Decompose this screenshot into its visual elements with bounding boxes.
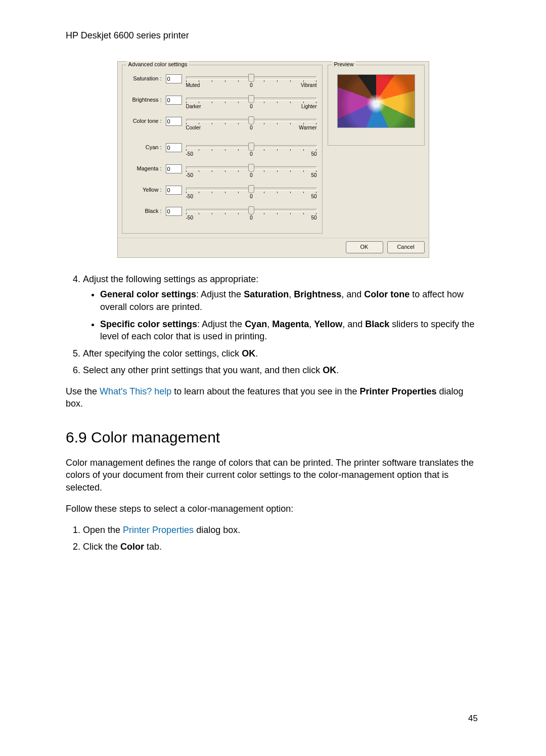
ok-button[interactable]: OK — [346, 241, 383, 253]
text: , — [267, 319, 272, 329]
slider-center-label: 0 — [250, 82, 253, 88]
text: : Adjust the — [196, 289, 244, 299]
printer-properties-link[interactable]: Printer Properties — [123, 525, 194, 535]
general-label: Brightness : — [127, 96, 162, 103]
page-header: HP Deskjet 6600 series printer — [66, 30, 480, 41]
general-label: Color tone : — [127, 117, 162, 124]
text: dialog box. — [194, 525, 240, 535]
slider-center-label: 0 — [250, 194, 253, 199]
slider-thumb-icon[interactable] — [248, 116, 254, 124]
text: , — [289, 289, 294, 299]
bold-text: Color tone — [364, 289, 410, 299]
bold-text: OK — [323, 365, 336, 375]
list-item: After specifying the color settings, cli… — [83, 347, 480, 360]
slider-left-label: -50 — [186, 194, 193, 199]
slider-left-label: -50 — [186, 215, 193, 220]
bold-text: Specific color settings — [100, 319, 197, 329]
text: Select any other print settings that you… — [83, 365, 323, 375]
general-slider[interactable] — [186, 98, 317, 101]
color-slider[interactable] — [186, 145, 317, 148]
text: . — [336, 365, 339, 375]
preview-group: Preview — [328, 65, 425, 146]
advanced-group-title: Advanced color settings — [126, 61, 190, 67]
color-slider[interactable] — [186, 188, 317, 191]
general-value-input[interactable]: 0 — [166, 117, 182, 126]
bold-text: Black — [365, 319, 389, 329]
slider-right-label: 50 — [311, 194, 316, 199]
cancel-button[interactable]: Cancel — [387, 241, 425, 253]
general-label: Saturation : — [127, 74, 162, 81]
preview-image — [337, 74, 415, 128]
slider-right-label: Warmer — [299, 125, 316, 130]
text: Click the — [83, 542, 120, 552]
slider-right-label: 50 — [311, 151, 316, 157]
list-item: Open the Printer Properties dialog box. — [83, 524, 480, 536]
slider-thumb-icon[interactable] — [248, 206, 254, 214]
list-item: Specific color settings: Adjust the Cyan… — [100, 318, 480, 343]
color-value-input[interactable]: 0 — [166, 164, 182, 173]
slider-thumb-icon[interactable] — [248, 185, 254, 193]
text: Open the — [83, 525, 123, 535]
color-slider[interactable] — [186, 166, 317, 169]
slider-right-label: 50 — [311, 172, 316, 178]
text: tab. — [144, 542, 162, 552]
slider-right-label: Vibrant — [301, 82, 317, 88]
slider-center-label: 0 — [250, 125, 253, 130]
slider-thumb-icon[interactable] — [248, 95, 254, 103]
general-slider-row: Saturation :0Muted0Vibrant — [127, 74, 317, 88]
slider-thumb-icon[interactable] — [248, 74, 254, 82]
text: After specifying the color settings, cli… — [83, 348, 242, 359]
color-value-input[interactable]: 0 — [166, 143, 182, 152]
paragraph: Color management defines the range of co… — [66, 457, 480, 494]
advanced-color-settings-group: Advanced color settings Saturation :0Mut… — [122, 65, 323, 234]
color-label: Magenta : — [127, 164, 162, 171]
color-slider[interactable] — [186, 209, 317, 212]
general-slider[interactable] — [186, 119, 317, 122]
color-label: Yellow : — [127, 186, 162, 193]
slider-thumb-icon[interactable] — [248, 143, 254, 151]
preview-group-title: Preview — [332, 61, 356, 67]
bold-text: OK — [242, 348, 255, 359]
slider-center-label: 0 — [250, 151, 253, 157]
color-settings-dialog-screenshot: Advanced color settings Saturation :0Mut… — [117, 61, 429, 258]
color-slider-row: Black :0-50050 — [127, 207, 317, 221]
text: : Adjust the — [197, 319, 245, 329]
slider-center-label: 0 — [250, 104, 253, 109]
color-slider-row: Cyan :0-50050 — [127, 143, 317, 157]
whats-this-help-link[interactable]: What's This? help — [100, 386, 171, 396]
page-number: 45 — [468, 714, 478, 724]
list-item: General color settings: Adjust the Satur… — [100, 288, 480, 313]
bold-text: Yellow — [314, 319, 342, 329]
color-slider-row: Yellow :0-50050 — [127, 186, 317, 200]
general-slider[interactable] — [186, 76, 317, 79]
slider-left-label: Muted — [186, 82, 200, 88]
text: , and — [341, 289, 364, 299]
general-slider-row: Brightness :0Darker0Lighter — [127, 96, 317, 110]
bold-text: Brightness — [294, 289, 341, 299]
bold-text: Cyan — [245, 319, 267, 329]
general-value-input[interactable]: 0 — [166, 96, 182, 105]
paragraph: Use the What's This? help to learn about… — [66, 385, 480, 410]
bold-text: Magenta — [272, 319, 309, 329]
slider-thumb-icon[interactable] — [248, 164, 254, 172]
general-value-input[interactable]: 0 — [166, 74, 182, 83]
section-heading: 6.9 Color management — [66, 427, 480, 448]
slider-left-label: Cooler — [186, 125, 201, 130]
bold-text: Printer Properties — [359, 386, 436, 396]
color-label: Cyan : — [127, 143, 162, 150]
bold-text: Color — [120, 542, 144, 552]
text: to learn about the features that you see… — [171, 386, 359, 396]
slider-center-label: 0 — [250, 215, 253, 220]
color-value-input[interactable]: 0 — [166, 207, 182, 216]
paragraph: Follow these steps to select a color-man… — [66, 503, 480, 515]
slider-center-label: 0 — [250, 172, 253, 178]
list-item: Adjust the following settings as appropr… — [83, 273, 480, 342]
list-item: Select any other print settings that you… — [83, 364, 480, 376]
text: , — [309, 319, 314, 329]
slider-right-label: Lighter — [301, 104, 317, 109]
slider-right-label: 50 — [311, 215, 316, 220]
step4-intro: Adjust the following settings as appropr… — [83, 274, 258, 284]
color-label: Black : — [127, 207, 162, 214]
color-value-input[interactable]: 0 — [166, 186, 182, 195]
slider-left-label: -50 — [186, 151, 193, 157]
